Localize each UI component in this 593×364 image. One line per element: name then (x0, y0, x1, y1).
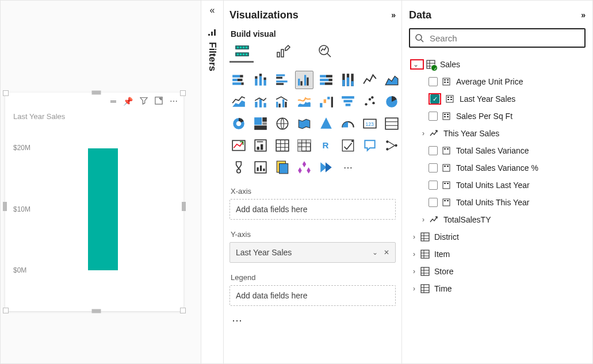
viz-area[interactable] (382, 71, 401, 89)
y-axis-field-pill[interactable]: Last Year Sales (236, 248, 372, 257)
pin-icon[interactable]: 📌 (123, 97, 133, 106)
expand-filters-icon[interactable]: « (210, 5, 215, 16)
viz-pie[interactable] (382, 93, 401, 111)
fields-search[interactable] (409, 28, 586, 48)
field-total-units-last-year[interactable]: Total Units Last Year (409, 177, 586, 194)
more-field-wells[interactable]: ⋯ (229, 306, 396, 335)
viz-stacked-column[interactable] (251, 71, 270, 89)
resize-handle-ne[interactable] (180, 90, 186, 96)
resize-handle-w[interactable] (3, 202, 7, 211)
viz-treemap[interactable] (251, 114, 270, 133)
y-axis-well[interactable]: Last Year Sales ⌄ ✕ (229, 242, 396, 263)
x-axis-well[interactable]: Add data fields here (229, 199, 396, 220)
viz-slicer[interactable] (251, 136, 270, 155)
svg-rect-31 (276, 81, 288, 82)
field-total-units-this-year[interactable]: Total Units This Year (409, 194, 586, 211)
chevron-down-icon[interactable]: ⌄ (412, 60, 420, 68)
checkbox[interactable] (429, 198, 438, 207)
field-remove-icon[interactable]: ✕ (384, 248, 389, 256)
resize-handle-n[interactable] (92, 91, 101, 95)
viz-paginated-report[interactable] (273, 158, 292, 177)
report-canvas[interactable]: ═ 📌 ⋯ Last Year Sales $20M $10M $0M (1, 1, 201, 363)
viz-smart-narrative[interactable] (251, 158, 270, 177)
viz-map[interactable] (273, 114, 292, 133)
checkbox[interactable] (430, 94, 439, 104)
viz-apps[interactable] (295, 158, 313, 177)
viz-key-influencers[interactable] (382, 136, 401, 155)
viz-table[interactable] (273, 136, 292, 155)
viz-r-visual[interactable]: R (317, 136, 335, 155)
tab-format-visual[interactable] (274, 42, 293, 60)
resize-handle-nw[interactable] (3, 90, 9, 96)
tab-analytics[interactable] (316, 42, 334, 60)
tab-build-visual[interactable] (233, 42, 251, 60)
checkbox[interactable] (429, 77, 438, 86)
viz-line[interactable] (361, 71, 379, 89)
fields-search-input[interactable] (429, 33, 580, 44)
viz-matrix[interactable] (295, 136, 313, 155)
viz-donut[interactable] (229, 114, 248, 133)
table-item[interactable]: › Item (409, 246, 586, 263)
viz-stacked-area[interactable] (229, 93, 248, 111)
collapse-viz-icon[interactable]: » (391, 10, 396, 20)
table-sales[interactable]: ⌄ Sales (409, 56, 586, 73)
viz-filled-map[interactable] (295, 114, 313, 133)
chevron-right-icon[interactable]: › (410, 267, 418, 275)
viz-100-stacked-bar[interactable] (317, 71, 335, 89)
resize-handle-s[interactable] (92, 309, 101, 313)
checkbox[interactable] (429, 163, 438, 173)
field-this-year-sales[interactable]: › This Year Sales (409, 125, 586, 142)
chevron-right-icon[interactable]: › (410, 250, 418, 258)
table-district[interactable]: › District (409, 228, 586, 246)
viz-azure-map[interactable] (317, 114, 335, 133)
svg-point-64 (369, 98, 371, 101)
viz-line-stacked-column[interactable] (251, 93, 270, 111)
viz-stacked-bar[interactable] (229, 71, 248, 89)
field-dropdown-icon[interactable]: ⌄ (372, 248, 378, 256)
viz-multi-row-card[interactable] (382, 114, 401, 133)
resize-handle-e[interactable] (182, 202, 186, 211)
viz-clustered-column[interactable] (295, 71, 313, 89)
viz-scatter[interactable] (361, 93, 379, 111)
visual-container[interactable]: ═ 📌 ⋯ Last Year Sales $20M $10M $0M (5, 93, 183, 311)
viz-card[interactable]: 123 (361, 114, 379, 133)
field-average-unit-price[interactable]: Average Unit Price (409, 73, 586, 90)
focus-mode-icon[interactable] (155, 97, 163, 106)
viz-power-automate[interactable] (317, 158, 335, 177)
filters-pane-collapsed[interactable]: « Filters (201, 1, 224, 363)
viz-clustered-bar[interactable] (273, 71, 292, 89)
field-totalsalesty[interactable]: › TotalSalesTY (409, 211, 586, 228)
viz-funnel[interactable] (339, 93, 357, 111)
field-total-sales-variance[interactable]: Total Sales Variance (409, 142, 586, 159)
viz-gauge[interactable] (339, 114, 357, 133)
field-last-year-sales[interactable]: Last Year Sales (409, 90, 586, 108)
viz-qa[interactable] (361, 136, 379, 155)
viz-line-clustered-column[interactable] (273, 93, 292, 111)
viz-ribbon[interactable] (295, 93, 313, 111)
chart-bar[interactable] (88, 148, 118, 270)
chevron-right-icon[interactable]: › (419, 129, 427, 137)
viz-kpi[interactable] (229, 136, 248, 155)
checkbox[interactable] (429, 181, 438, 190)
table-time[interactable]: › Time (409, 280, 586, 297)
field-sales-per-sq-ft[interactable]: Sales Per Sq Ft (409, 108, 586, 125)
drag-handle-icon[interactable]: ═ (110, 97, 116, 106)
legend-well[interactable]: Add data fields here (229, 285, 396, 306)
viz-more[interactable]: ⋯ (339, 158, 357, 177)
table-store[interactable]: › Store (409, 263, 586, 280)
viz-100-stacked-column[interactable] (339, 71, 357, 89)
more-options-icon[interactable]: ⋯ (170, 97, 178, 106)
filter-icon[interactable] (140, 97, 148, 106)
resize-handle-sw[interactable] (3, 308, 9, 313)
chevron-right-icon[interactable]: › (410, 285, 418, 293)
chevron-right-icon[interactable]: › (419, 216, 427, 224)
viz-python-visual[interactable] (339, 136, 357, 155)
viz-decomposition-tree[interactable] (229, 158, 248, 177)
checkbox[interactable] (429, 146, 438, 155)
collapse-data-icon[interactable]: » (581, 10, 586, 20)
checkbox[interactable] (429, 112, 438, 121)
viz-waterfall[interactable] (317, 93, 335, 111)
resize-handle-se[interactable] (180, 308, 186, 313)
field-total-sales-variance-pct[interactable]: Total Sales Variance % (409, 159, 586, 177)
chevron-right-icon[interactable]: › (410, 233, 418, 241)
